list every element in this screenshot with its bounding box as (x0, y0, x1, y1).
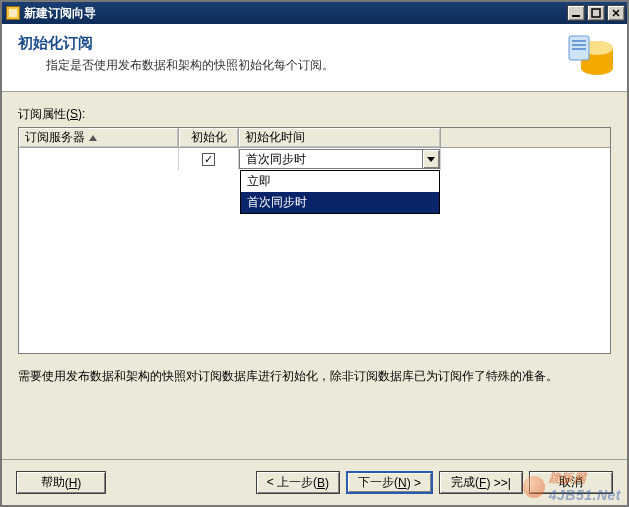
subscription-properties-label: 订阅属性(S): (18, 106, 611, 123)
wizard-body: 订阅属性(S): 订阅服务器 初始化 初始化时间 ✓ 首次同步时 (2, 92, 627, 459)
subscription-grid: 订阅服务器 初始化 初始化时间 ✓ 首次同步时 立即 首次同步时 (18, 127, 611, 354)
database-icon (563, 30, 617, 84)
combo-dropdown-button[interactable] (422, 150, 439, 168)
maximize-button[interactable] (587, 5, 605, 21)
initialization-note: 需要使用发布数据和架构的快照对订阅数据库进行初始化，除非订阅数据库已为订阅作了特… (18, 367, 611, 385)
dropdown-option-immediate[interactable]: 立即 (241, 171, 439, 192)
window-controls (567, 5, 625, 21)
initialize-checkbox[interactable]: ✓ (202, 153, 215, 166)
titlebar: 新建订阅向导 (2, 2, 627, 24)
combo-selected-text: 首次同步时 (240, 151, 422, 168)
svg-rect-1 (592, 9, 600, 17)
table-row: ✓ 首次同步时 立即 首次同步时 (19, 148, 610, 170)
dropdown-option-first-sync[interactable]: 首次同步时 (241, 192, 439, 213)
initialize-time-dropdown: 立即 首次同步时 (240, 170, 440, 214)
page-subtitle: 指定是否使用发布数据和架构的快照初始化每个订阅。 (46, 57, 613, 74)
svg-rect-0 (572, 15, 580, 17)
help-button[interactable]: 帮助(H) (16, 471, 106, 494)
back-button[interactable]: < 上一步(B) (256, 471, 340, 494)
finish-button[interactable]: 完成(F) >>| (439, 471, 523, 494)
sort-asc-icon (89, 135, 97, 141)
svg-rect-7 (572, 40, 586, 42)
col-initialize-time[interactable]: 初始化时间 (239, 128, 441, 147)
col-initialize[interactable]: 初始化 (179, 128, 239, 147)
page-title: 初始化订阅 (18, 34, 613, 53)
svg-rect-8 (572, 44, 586, 46)
svg-rect-9 (572, 48, 586, 50)
cell-initialize-time: 首次同步时 立即 首次同步时 (239, 148, 441, 170)
wizard-icon (6, 6, 20, 20)
col-subscription-server[interactable]: 订阅服务器 (19, 128, 179, 147)
grid-header: 订阅服务器 初始化 初始化时间 (19, 128, 610, 148)
next-button[interactable]: 下一步(N) > (346, 471, 433, 494)
cancel-button[interactable]: 取消 (529, 471, 613, 494)
wizard-footer: 帮助(H) < 上一步(B) 下一步(N) > 完成(F) >>| 取消 (2, 459, 627, 505)
wizard-header: 初始化订阅 指定是否使用发布数据和架构的快照初始化每个订阅。 (2, 24, 627, 92)
initialize-time-combo[interactable]: 首次同步时 立即 首次同步时 (239, 149, 440, 169)
window-title: 新建订阅向导 (24, 5, 567, 22)
cell-server (19, 148, 179, 170)
minimize-button[interactable] (567, 5, 585, 21)
chevron-down-icon (427, 157, 435, 162)
cell-initialize: ✓ (179, 148, 239, 170)
close-button[interactable] (607, 5, 625, 21)
